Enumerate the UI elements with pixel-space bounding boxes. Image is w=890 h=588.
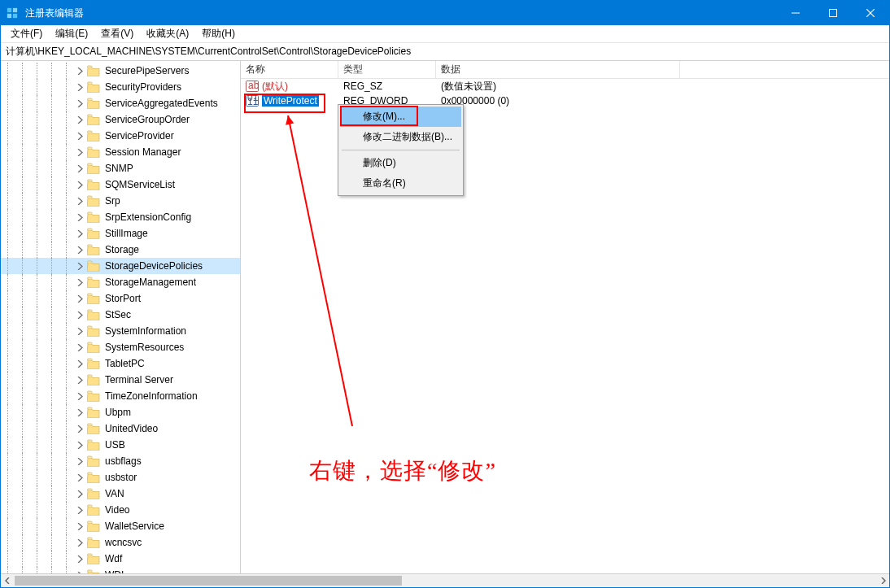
tree-item[interactable]: StillImage xyxy=(1,225,240,242)
expand-icon[interactable] xyxy=(74,228,85,239)
expand-icon[interactable] xyxy=(74,423,85,434)
expand-icon[interactable] xyxy=(74,98,85,109)
minimize-button[interactable] xyxy=(777,1,814,25)
tree-item[interactable]: usbflags xyxy=(1,453,240,469)
tree-item-label: Session Manager xyxy=(103,146,182,158)
maximize-button[interactable] xyxy=(814,1,852,25)
cell-name: 011110WriteProtect xyxy=(241,95,338,107)
context-menu-item[interactable]: 重命名(R) xyxy=(340,173,461,194)
tree-item-label: SecurePipeServers xyxy=(103,65,190,76)
expand-icon[interactable] xyxy=(74,146,85,158)
tree-item[interactable]: Session Manager xyxy=(1,144,240,160)
address-bar[interactable]: 计算机\HKEY_LOCAL_MACHINE\SYSTEM\CurrentCon… xyxy=(1,43,889,61)
tree-item[interactable]: UnitedVideo xyxy=(1,420,240,437)
tree-item[interactable]: ServiceAggregatedEvents xyxy=(1,95,240,111)
context-menu: 修改(M)...修改二进制数据(B)...删除(D)重命名(R) xyxy=(338,104,464,196)
expand-icon[interactable] xyxy=(74,211,85,223)
expand-icon[interactable] xyxy=(74,520,85,532)
tree-item[interactable]: ServiceProvider xyxy=(1,128,240,144)
tree-item[interactable]: Ubpm xyxy=(1,404,240,420)
context-menu-item[interactable]: 修改(M)... xyxy=(340,107,461,127)
tree-item[interactable]: WDI xyxy=(1,567,240,573)
expand-icon[interactable] xyxy=(74,537,85,548)
expand-icon[interactable] xyxy=(74,342,85,353)
expand-icon[interactable] xyxy=(74,504,85,516)
cell-data: (数值未设置) xyxy=(436,80,680,94)
tree-item[interactable]: Terminal Server xyxy=(1,372,240,388)
expand-icon[interactable] xyxy=(74,179,85,190)
tree-item-label: WDI xyxy=(103,569,125,573)
tree-item-label: Srp xyxy=(103,195,122,207)
tree-item[interactable]: WalletService xyxy=(1,518,240,534)
close-button[interactable] xyxy=(852,1,889,25)
tree-item[interactable]: Srp xyxy=(1,193,240,209)
tree-panel: SecurePipeServersSecurityProvidersServic… xyxy=(1,61,241,573)
tree-item[interactable]: TimeZoneInformation xyxy=(1,388,240,404)
tree-item[interactable]: TabletPC xyxy=(1,355,240,372)
expand-icon[interactable] xyxy=(74,65,85,76)
tree-item[interactable]: SNMP xyxy=(1,160,240,176)
menu-help[interactable]: 帮助(H) xyxy=(195,25,242,42)
expand-icon[interactable] xyxy=(74,358,85,369)
context-menu-item[interactable]: 删除(D) xyxy=(340,153,461,173)
expand-icon[interactable] xyxy=(74,472,85,483)
tree-item[interactable]: SecurityProviders xyxy=(1,79,240,95)
tree-item[interactable]: Wdf xyxy=(1,551,240,567)
svg-rect-2 xyxy=(7,14,11,18)
expand-icon[interactable] xyxy=(74,439,85,451)
scrollbar-thumb[interactable] xyxy=(15,576,402,586)
expand-icon[interactable] xyxy=(74,114,85,125)
expand-icon[interactable] xyxy=(74,553,85,564)
tree-item[interactable]: usbstor xyxy=(1,469,240,486)
expand-icon[interactable] xyxy=(74,195,85,207)
expand-icon[interactable] xyxy=(74,390,85,402)
tree-item-label: Ubpm xyxy=(103,407,133,418)
tree-item[interactable]: StorageManagement xyxy=(1,274,240,290)
tree-item-label: usbflags xyxy=(103,455,143,467)
column-header-name[interactable]: 名称 xyxy=(241,61,338,78)
expand-icon[interactable] xyxy=(74,455,85,467)
tree-item[interactable]: SystemResources xyxy=(1,339,240,355)
address-text: 计算机\HKEY_LOCAL_MACHINE\SYSTEM\CurrentCon… xyxy=(6,45,411,59)
scroll-left-button[interactable] xyxy=(1,574,15,587)
expand-icon[interactable] xyxy=(74,407,85,418)
tree-item[interactable]: StorageDevicePolicies xyxy=(1,258,240,274)
tree-item-label: ServiceGroupOrder xyxy=(103,114,191,125)
list-row[interactable]: ab(默认)REG_SZ(数值未设置) xyxy=(241,79,889,94)
tree-item[interactable]: USB xyxy=(1,437,240,453)
tree-item[interactable]: Video xyxy=(1,502,240,518)
menu-edit[interactable]: 编辑(E) xyxy=(49,25,94,42)
tree-item[interactable]: SystemInformation xyxy=(1,323,240,339)
menu-file[interactable]: 文件(F) xyxy=(4,25,49,42)
column-header-type[interactable]: 类型 xyxy=(338,61,436,78)
tree-item[interactable]: SrpExtensionConfig xyxy=(1,209,240,225)
menu-view[interactable]: 查看(V) xyxy=(94,25,140,42)
tree-item[interactable]: SecurePipeServers xyxy=(1,63,240,79)
expand-icon[interactable] xyxy=(74,81,85,93)
tree-item[interactable]: SQMServiceList xyxy=(1,176,240,193)
column-header-data[interactable]: 数据 xyxy=(436,61,680,78)
tree-item[interactable]: VAN xyxy=(1,486,240,502)
context-menu-item[interactable]: 修改二进制数据(B)... xyxy=(340,127,461,147)
window-title: 注册表编辑器 xyxy=(24,7,777,20)
expand-icon[interactable] xyxy=(74,163,85,174)
expand-icon[interactable] xyxy=(74,130,85,142)
expand-icon[interactable] xyxy=(74,569,85,573)
expand-icon[interactable] xyxy=(74,293,85,304)
menu-favorites[interactable]: 收藏夹(A) xyxy=(140,25,195,42)
horizontal-scrollbar[interactable] xyxy=(1,573,889,587)
expand-icon[interactable] xyxy=(74,374,85,385)
expand-icon[interactable] xyxy=(74,277,85,288)
tree-item[interactable]: wcncsvc xyxy=(1,534,240,551)
expand-icon[interactable] xyxy=(74,244,85,255)
tree-item[interactable]: StSec xyxy=(1,307,240,323)
scroll-right-button[interactable] xyxy=(875,574,889,587)
tree-item[interactable]: StorPort xyxy=(1,290,240,307)
expand-icon[interactable] xyxy=(74,309,85,320)
tree-item[interactable]: Storage xyxy=(1,242,240,258)
expand-icon[interactable] xyxy=(74,488,85,499)
expand-icon[interactable] xyxy=(74,325,85,337)
scrollbar-track[interactable] xyxy=(15,574,875,587)
tree-item[interactable]: ServiceGroupOrder xyxy=(1,111,240,128)
expand-icon[interactable] xyxy=(74,260,85,272)
